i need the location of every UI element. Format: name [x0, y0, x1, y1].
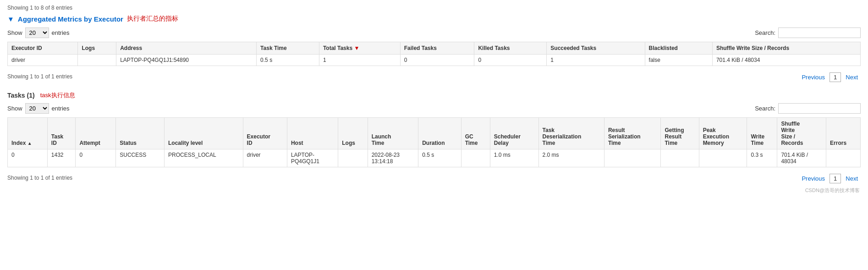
col-executor-id[interactable]: Executor ID — [8, 42, 78, 55]
cell-total-tasks: 1 — [319, 55, 400, 66]
sort-arrow-icon: ▲ — [27, 141, 32, 146]
cell-task-errors — [826, 149, 861, 167]
cell-task-getting-result — [661, 149, 699, 167]
aggregated-pagination: Previous 1 Next — [799, 72, 861, 82]
tasks-entries-label: entries — [52, 105, 70, 112]
cell-task-host: LAPTOP-PQ4GQ1J1 — [287, 149, 338, 167]
col-getting-result[interactable]: GettingResultTime — [661, 118, 699, 149]
cell-task-scheduler-delay: 1.0 ms — [490, 149, 538, 167]
aggregated-row-0: driver LAPTOP-PQ4GQ1J1:54890 0.5 s 1 0 0… — [8, 55, 861, 66]
top-showing-label: Showing 1 to 8 of 8 entries — [7, 5, 861, 11]
aggregated-table: Executor ID Logs Address Task Time Total… — [7, 42, 861, 66]
col-succeeded-tasks[interactable]: Succeeded Tasks — [547, 42, 645, 55]
col-task-id[interactable]: TaskID — [47, 118, 76, 149]
tasks-title-cn: task执行信息 — [40, 91, 75, 99]
col-result-serialization[interactable]: ResultSerializationTime — [604, 118, 661, 149]
col-total-tasks[interactable]: Total Tasks ▼ — [319, 42, 400, 55]
tasks-previous-btn[interactable]: Previous — [799, 174, 828, 183]
col-blacklisted[interactable]: Blacklisted — [645, 42, 712, 55]
cell-task-logs — [338, 149, 368, 167]
aggregated-entries-label: entries — [52, 29, 70, 36]
col-locality-level[interactable]: Locality level — [164, 118, 243, 149]
col-task-time[interactable]: Task Time — [257, 42, 319, 55]
tasks-next-btn[interactable]: Next — [843, 174, 861, 183]
cell-logs — [78, 55, 116, 66]
tasks-showing: Showing 1 to 1 of 1 entries — [7, 175, 72, 181]
cell-task-shuffle-write: 701.4 KiB /48034 — [777, 149, 826, 167]
aggregated-show-label: Show — [7, 29, 22, 36]
aggregated-title[interactable]: Aggregated Metrics by Executor — [18, 15, 123, 23]
task-row-0: 0 1432 0 SUCCESS PROCESS_LOCAL driver LA… — [8, 149, 861, 167]
cell-task-id: 1432 — [47, 149, 76, 167]
cell-killed-tasks: 0 — [474, 55, 547, 66]
col-gc-time[interactable]: GCTime — [461, 118, 490, 149]
tasks-show-label: Show — [7, 105, 22, 112]
col-shuffle-write-records[interactable]: ShuffleWriteSize /Records — [777, 118, 826, 149]
aggregated-page-num[interactable]: 1 — [830, 72, 841, 82]
col-task-deserialization[interactable]: TaskDeserializationTime — [538, 118, 604, 149]
cell-blacklisted: false — [645, 55, 712, 66]
col-write-time[interactable]: WriteTime — [747, 118, 777, 149]
col-scheduler-delay[interactable]: SchedulerDelay — [490, 118, 538, 149]
tasks-search-input[interactable] — [778, 103, 861, 114]
col-failed-tasks[interactable]: Failed Tasks — [400, 42, 474, 55]
cell-task-locality: PROCESS_LOCAL — [164, 149, 243, 167]
aggregated-next-btn[interactable]: Next — [843, 73, 861, 82]
tasks-table: Index ▲ TaskID Attempt Status Locality l… — [7, 117, 861, 167]
tasks-pagination: Previous 1 Next — [799, 174, 861, 183]
cell-shuffle-write-size: 701.4 KiB / 48034 — [712, 55, 860, 66]
col-logs-task[interactable]: Logs — [338, 118, 368, 149]
cell-task-time: 0.5 s — [257, 55, 319, 66]
aggregated-search-label: Search: — [755, 29, 775, 36]
aggregated-section-header: ▼ Aggregated Metrics by Executor 执行者汇总的指… — [7, 15, 861, 23]
col-duration[interactable]: Duration — [418, 118, 461, 149]
col-killed-tasks[interactable]: Killed Tasks — [474, 42, 547, 55]
col-attempt[interactable]: Attempt — [76, 118, 116, 149]
cell-task-gc-time — [461, 149, 490, 167]
tasks-show-select[interactable]: 20 50 100 — [25, 103, 49, 114]
aggregated-show-select[interactable]: 20 50 100 — [25, 28, 49, 38]
tasks-controls: Show 20 50 100 entries Search: — [7, 103, 861, 114]
cell-task-launch-time: 2022-08-2313:14:18 — [368, 149, 418, 167]
aggregated-search-input[interactable] — [778, 28, 861, 38]
col-logs[interactable]: Logs — [78, 42, 116, 55]
cell-executor-id: driver — [8, 55, 78, 66]
col-executor-id-task[interactable]: ExecutorID — [243, 118, 287, 149]
aggregated-showing: Showing 1 to 1 of 1 entries — [7, 73, 72, 80]
cell-task-index: 0 — [8, 149, 48, 167]
tasks-section-header: Tasks (1) task执行信息 — [7, 91, 861, 99]
col-address[interactable]: Address — [116, 42, 257, 55]
cell-succeeded-tasks: 1 — [547, 55, 645, 66]
col-status[interactable]: Status — [116, 118, 165, 149]
col-host[interactable]: Host — [287, 118, 338, 149]
cell-task-duration: 0.5 s — [418, 149, 461, 167]
col-index[interactable]: Index ▲ — [8, 118, 48, 149]
col-peak-execution[interactable]: PeakExecutionMemory — [699, 118, 747, 149]
cell-task-result-serialization — [604, 149, 661, 167]
aggregated-controls: Show 20 50 100 entries Search: — [7, 28, 861, 38]
col-shuffle-write[interactable]: Shuffle Write Size / Records — [712, 42, 860, 55]
tasks-page-num[interactable]: 1 — [830, 174, 841, 183]
aggregated-previous-btn[interactable]: Previous — [799, 73, 828, 82]
aggregated-title-cn: 执行者汇总的指标 — [127, 15, 178, 23]
tasks-title: Tasks (1) — [7, 92, 35, 99]
cell-task-executor-id: driver — [243, 149, 287, 167]
cell-address: LAPTOP-PQ4GQ1J1:54890 — [116, 55, 257, 66]
cell-task-attempt: 0 — [76, 149, 116, 167]
col-launch-time[interactable]: LaunchTime — [368, 118, 418, 149]
cell-task-deserialization-time: 2.0 ms — [538, 149, 604, 167]
cell-failed-tasks: 0 — [400, 55, 474, 66]
cell-task-status: SUCCESS — [116, 149, 165, 167]
cell-task-write-time: 0.3 s — [747, 149, 777, 167]
tasks-search-label: Search: — [755, 105, 775, 112]
cell-task-peak-execution — [699, 149, 747, 167]
col-errors[interactable]: Errors — [826, 118, 861, 149]
collapse-icon[interactable]: ▼ — [7, 15, 14, 23]
watermark: CSDN@浩哥的技术博客 — [7, 186, 861, 195]
